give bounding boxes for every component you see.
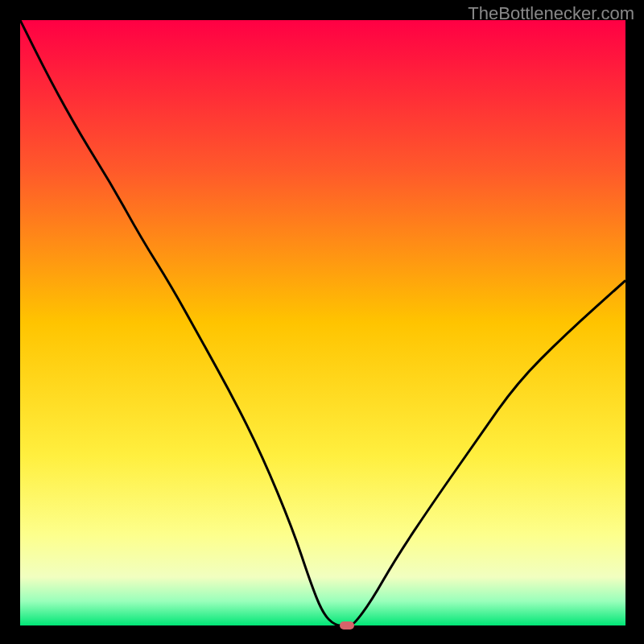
watermark: TheBottlenecker.com	[468, 3, 634, 24]
chart-area	[20, 20, 625, 625]
chart-background	[20, 20, 625, 625]
chart-svg	[20, 20, 625, 625]
minimum-marker	[340, 621, 354, 630]
